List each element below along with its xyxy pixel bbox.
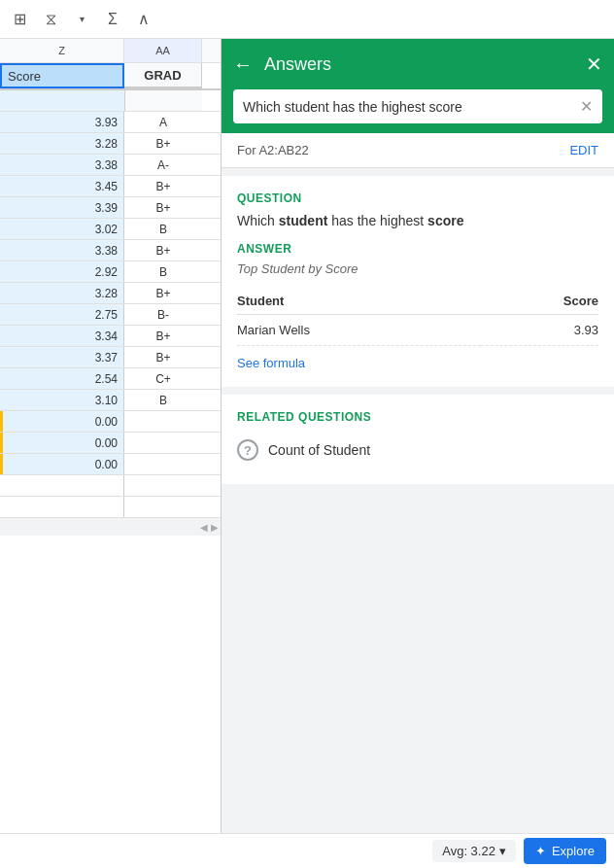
table-row: 2.75 B- [0, 304, 221, 326]
table-header-student: Student [237, 288, 481, 315]
h-scrollbar[interactable]: ◀ ▶ [0, 518, 221, 536]
table-row: 3.37 B+ [0, 347, 221, 368]
related-item[interactable]: ? Count of Student [237, 432, 598, 469]
table-header-score: Score [481, 288, 598, 315]
clear-search-icon[interactable]: ✕ [580, 97, 593, 116]
table-row: 3.45 B+ [0, 176, 221, 197]
answers-header: ← Answers ✕ [222, 39, 614, 89]
cell-grade-3: B+ [124, 176, 202, 196]
table-row: 0.00 [0, 433, 221, 454]
subheader-row [0, 90, 221, 112]
explore-label: Explore [552, 844, 595, 858]
cell-score-8: 3.28 [0, 283, 124, 303]
q-bold2: score [427, 213, 463, 228]
cell-score-3: 3.45 [0, 176, 124, 196]
cell-grade-12: C+ [124, 368, 202, 389]
back-icon[interactable]: ← [233, 53, 253, 76]
related-items-container: ? Count of Student [237, 432, 598, 469]
search-input-wrap: ✕ [233, 89, 602, 123]
avg-text: Avg: 3.22 [442, 844, 495, 858]
for-range-text: For A2:AB22 [237, 143, 309, 157]
cell-grade-1: B+ [124, 133, 202, 154]
col-z-header: Z [0, 39, 124, 62]
question-label: QUESTION [237, 191, 598, 205]
related-section: RELATED QUESTIONS ? Count of Student [222, 395, 614, 484]
cell-grade-7: B [124, 261, 202, 282]
answer-table: Student Score Marian Wells 3.93 [237, 288, 598, 346]
close-icon[interactable]: ✕ [586, 52, 602, 76]
table-row: 0.00 [0, 454, 221, 475]
cell-grade-8: B+ [124, 283, 202, 303]
main-area: Z AA Score GRAD 3.93 A 3.28 B+ 3.38 A- 3… [0, 39, 614, 833]
answer-label: ANSWER [237, 242, 598, 256]
cell-score-9: 2.75 [0, 304, 124, 325]
table-row: 3.34 B+ [0, 326, 221, 347]
cell-score-16: 0.00 [0, 454, 124, 474]
cell-score-6: 3.38 [0, 240, 124, 260]
toolbar: ⊞ ⧖ ▾ Σ ∧ [0, 0, 614, 39]
cell-grade-2: A- [124, 155, 202, 175]
avg-badge[interactable]: Avg: 3.22 ▾ [432, 840, 516, 862]
answer-score-0: 3.93 [481, 315, 598, 346]
cell-grade-15 [124, 433, 202, 453]
spreadsheet-panel: Z AA Score GRAD 3.93 A 3.28 B+ 3.38 A- 3… [0, 39, 222, 833]
cell-grade-14 [124, 411, 202, 432]
cell-grade-4: B+ [124, 197, 202, 218]
explore-star-icon: ✦ [535, 844, 546, 858]
search-bar: ✕ [222, 89, 614, 133]
answers-content: For A2:AB22 EDIT QUESTION Which student … [222, 133, 614, 833]
cell-score-10: 3.34 [0, 326, 124, 346]
search-input[interactable] [243, 99, 572, 115]
cell-score-11: 3.37 [0, 347, 124, 367]
sigma-icon[interactable]: Σ [101, 8, 124, 31]
for-range-bar: For A2:AB22 EDIT [222, 133, 614, 168]
filter-icon[interactable]: ⧖ [39, 8, 62, 31]
cell-score-5: 3.02 [0, 219, 124, 239]
q-text-before: Which [237, 213, 279, 228]
cell-score-1: 3.28 [0, 133, 124, 154]
empty-row-1 [0, 475, 221, 497]
empty-row-2 [0, 497, 221, 518]
bottom-bar: Avg: 3.22 ▾ ✦ Explore [0, 833, 614, 868]
see-formula-link[interactable]: See formula [237, 356, 305, 370]
answers-panel: ← Answers ✕ ✕ For A2:AB22 EDIT QUESTION … [222, 39, 614, 833]
table-row: 3.10 B [0, 390, 221, 411]
table-row: 2.92 B [0, 261, 221, 283]
chevron-up-icon[interactable]: ∧ [132, 8, 155, 31]
subheader-z [0, 90, 124, 111]
cell-grade-0: A [124, 112, 202, 132]
cell-score-15: 0.00 [0, 433, 124, 453]
avg-chevron-icon: ▾ [499, 844, 506, 858]
table-row: 3.02 B [0, 219, 221, 240]
q-bold1: student [279, 213, 328, 228]
cell-grade-5: B [124, 219, 202, 239]
cell-score-12: 2.54 [0, 368, 124, 389]
answers-title: Answers [264, 54, 574, 75]
related-label: RELATED QUESTIONS [237, 410, 598, 424]
table-row: 3.38 A- [0, 155, 221, 176]
grade-column-header: GRAD [124, 63, 202, 88]
edit-link[interactable]: EDIT [569, 143, 598, 157]
cell-grade-16 [124, 454, 202, 474]
dot-icon[interactable]: ▾ [70, 8, 93, 31]
table-row: 2.54 C+ [0, 368, 221, 390]
data-rows-container: 3.93 A 3.28 B+ 3.38 A- 3.45 B+ 3.39 B+ 3… [0, 112, 221, 475]
answer-subtitle: Top Student by Score [237, 261, 598, 276]
col-aa-header: AA [124, 39, 202, 62]
cell-score-13: 3.10 [0, 390, 124, 410]
grid-icon[interactable]: ⊞ [8, 8, 31, 31]
cell-score-4: 3.39 [0, 197, 124, 218]
cell-score-14: 0.00 [0, 411, 124, 432]
cell-grade-6: B+ [124, 240, 202, 260]
help-icon-0: ? [237, 439, 258, 461]
explore-button[interactable]: ✦ Explore [524, 838, 606, 864]
cell-grade-10: B+ [124, 326, 202, 346]
question-section: QUESTION Which student has the highest s… [222, 176, 614, 387]
cell-grade-13: B [124, 390, 202, 410]
q-text-middle: has the highest [327, 213, 427, 228]
answer-student-0: Marian Wells [237, 315, 481, 346]
cell-grade-11: B+ [124, 347, 202, 367]
subheader-aa [124, 90, 202, 111]
related-item-text-0: Count of Student [268, 442, 370, 458]
cell-grade-9: B- [124, 304, 202, 325]
